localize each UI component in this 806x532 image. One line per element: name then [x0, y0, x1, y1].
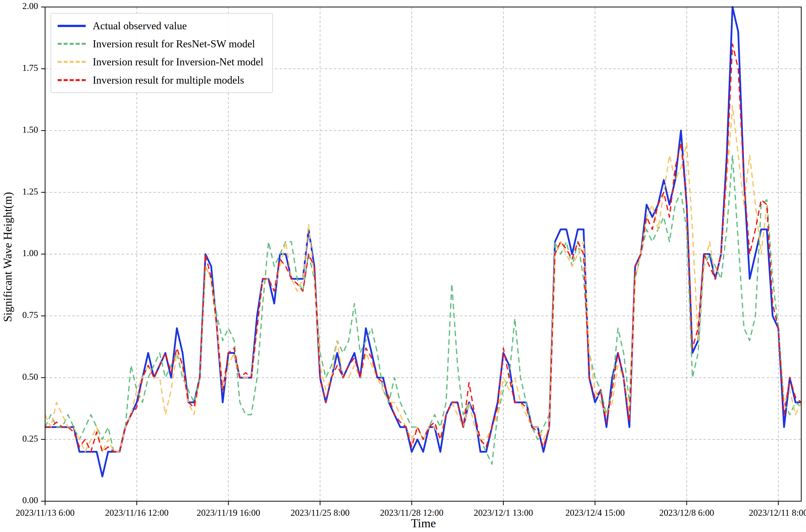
- y-tick-label: 0.25: [22, 434, 38, 444]
- legend-item-inversion-net: Inversion result for Inversion-Net model: [58, 56, 263, 68]
- y-tick-label: 2.00: [22, 1, 38, 11]
- y-tick-label: 0.50: [22, 372, 38, 382]
- y-axis-label: Significant Wave Height(m): [1, 142, 14, 372]
- y-tick-label: 1.25: [22, 187, 38, 196]
- y-tick-label: 1.50: [22, 125, 38, 135]
- y-tick-label: 0.00: [22, 495, 38, 505]
- legend-line-multiple: [58, 79, 86, 81]
- legend-line-resnet-sw: [58, 43, 86, 45]
- series-line-inversion-result-for-resnet-sw-model: [45, 155, 801, 464]
- legend-item-resnet-sw: Inversion result for ResNet-SW model: [58, 38, 263, 50]
- legend-item-multiple: Inversion result for multiple models: [58, 74, 263, 86]
- y-tick-label: 1.00: [22, 248, 38, 258]
- legend-label-inversion-net: Inversion result for Inversion-Net model: [93, 56, 263, 68]
- y-tick-label: 0.75: [22, 310, 38, 320]
- legend-label-resnet-sw: Inversion result for ResNet-SW model: [93, 38, 255, 50]
- legend-item-actual: Actual observed value: [58, 20, 263, 32]
- wave-height-chart: 0.000.250.500.751.001.251.501.752.002023…: [0, 0, 806, 532]
- legend-label-multiple: Inversion result for multiple models: [93, 74, 244, 86]
- legend-label-actual: Actual observed value: [93, 20, 187, 32]
- legend-line-actual: [58, 25, 86, 27]
- y-tick-label: 1.75: [22, 63, 38, 73]
- series-line-inversion-result-for-multiple-models: [45, 44, 801, 452]
- legend-line-inversion-net: [58, 61, 86, 63]
- x-axis-label: Time: [45, 516, 802, 530]
- legend: Actual observed value Inversion result f…: [51, 13, 273, 93]
- series-line-inversion-result-for-inversion-net-model: [45, 106, 801, 452]
